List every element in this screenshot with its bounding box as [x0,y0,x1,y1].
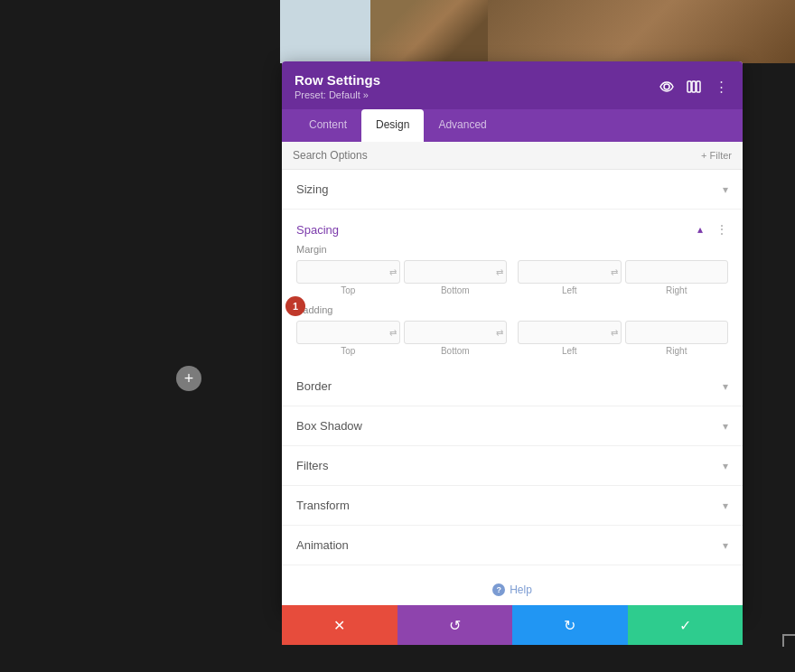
tab-content[interactable]: Content [295,109,361,142]
panel-preset[interactable]: Preset: Default » [295,89,380,100]
redo-button[interactable]: ↻ [512,605,628,645]
animation-label: Animation [296,538,349,552]
padding-fields-row: 20vh ⇄ 20vh ⇄ Top Bottom [296,321,728,356]
sizing-section[interactable]: Sizing ▾ [282,170,743,210]
save-icon: ✓ [679,617,691,634]
margin-right-label: Right [625,285,729,295]
panel-body: + Filter Sizing ▾ Spacing ▴ ⋮ Margin [282,142,743,611]
tabs-bar: Content Design Advanced [282,109,743,142]
animation-chevron: ▾ [723,539,728,552]
padding-tb-labels: Top Bottom [296,346,507,356]
margin-left-input[interactable] [518,260,622,284]
filter-button[interactable]: + Filter [701,150,732,161]
padding-bottom-input[interactable]: 20vh [404,321,508,344]
padding-top-label: Top [296,346,400,356]
sizing-label: Sizing [296,182,328,196]
help-label[interactable]: Help [510,583,532,596]
border-section[interactable]: Border ▾ [282,367,743,406]
spacing-controls: Margin ⇄ ⇄ [282,244,743,367]
margin-top-input[interactable] [296,260,400,284]
padding-bottom-link-icon: ⇄ [496,328,503,338]
margin-bottom-input[interactable] [404,260,508,284]
panel-header: Row Settings Preset: Default » ⋮ [282,61,743,109]
bg-wood-dark-panel [488,0,795,63]
padding-top-group: 20vh ⇄ [296,321,400,344]
box-shadow-label: Box Shadow [296,419,362,433]
panel-title: Row Settings [295,72,380,88]
search-input[interactable] [293,149,701,162]
padding-bottom-label: Bottom [404,346,508,356]
bg-wood-panel [370,0,488,63]
margin-bottom-link-icon: ⇄ [496,267,503,277]
row-settings-panel: Row Settings Preset: Default » ⋮ Content [282,61,743,611]
panel-title-group: Row Settings Preset: Default » [295,72,380,100]
svg-rect-1 [687,81,691,92]
border-label: Border [296,379,332,393]
transform-section[interactable]: Transform ▾ [282,486,743,526]
margin-left-link-icon: ⇄ [611,267,618,277]
padding-top-bottom: 20vh ⇄ 20vh ⇄ Top Bottom [296,321,507,356]
margin-lr-inputs: ⇄ [518,260,728,284]
undo-button[interactable]: ↺ [398,605,513,645]
padding-left-group: ⇄ [518,321,622,344]
margin-top-link-icon: ⇄ [389,267,397,277]
cancel-button[interactable]: ✕ [282,605,398,645]
canvas-background [280,0,795,63]
margin-left-group: ⇄ [518,260,622,284]
visibility-icon[interactable] [658,78,676,96]
box-shadow-section[interactable]: Box Shadow ▾ [282,406,743,446]
padding-right-label: Right [625,346,729,356]
box-shadow-chevron: ▾ [723,420,728,433]
margin-top-bottom: ⇄ ⇄ Top Bottom [296,260,507,295]
tab-design[interactable]: Design [361,109,424,142]
undo-icon: ↺ [449,617,461,634]
margin-top-label: Top [296,285,400,295]
columns-icon[interactable] [685,78,703,96]
padding-tb-inputs: 20vh ⇄ 20vh ⇄ [296,321,507,344]
margin-label: Margin [296,244,728,255]
tab-advanced[interactable]: Advanced [424,109,500,142]
spacing-section: Spacing ▴ ⋮ Margin ⇄ [282,210,743,367]
padding-top-input[interactable]: 20vh [296,321,400,344]
margin-tb-inputs: ⇄ ⇄ [296,260,507,284]
save-button[interactable]: ✓ [628,605,744,645]
margin-bottom-label: Bottom [404,285,508,295]
corner-decoration [782,634,795,647]
canvas-add-button[interactable]: + [176,366,201,391]
margin-left-label: Left [518,285,622,295]
more-icon[interactable]: ⋮ [712,78,730,96]
margin-right-group [625,260,729,284]
margin-right-input[interactable] [625,260,729,284]
filters-label: Filters [296,459,328,472]
transform-label: Transform [296,499,350,512]
bg-light-panel [280,0,370,63]
padding-label: Padding [296,304,728,315]
transform-chevron: ▾ [723,499,728,512]
padding-left-right: ⇄ Left Right [518,321,728,356]
svg-rect-3 [697,81,700,92]
padding-right-group [625,321,729,344]
step-badge: 1 [285,296,305,316]
padding-right-input[interactable] [625,321,729,344]
margin-left-right: ⇄ Left Right [518,260,728,295]
padding-left-link-icon: ⇄ [611,328,618,338]
redo-icon: ↻ [564,617,575,634]
help-icon: ? [492,583,505,596]
padding-left-label: Left [518,346,622,356]
filters-section[interactable]: Filters ▾ [282,446,743,486]
border-chevron: ▾ [723,380,728,393]
action-bar: ✕ ↺ ↻ ✓ [282,605,743,645]
svg-rect-2 [692,81,696,92]
padding-left-input[interactable] [518,321,622,344]
spacing-chevron-up[interactable]: ▴ [697,223,703,236]
spacing-label: Spacing [296,223,339,237]
cancel-icon: ✕ [333,617,345,634]
animation-section[interactable]: Animation ▾ [282,526,743,565]
spacing-options-icon[interactable]: ⋮ [716,222,728,237]
margin-top-group: ⇄ [296,260,400,284]
margin-tb-labels: Top Bottom [296,285,507,295]
padding-bottom-group: 20vh ⇄ [404,321,508,344]
margin-lr-labels: Left Right [518,285,728,295]
margin-bottom-group: ⇄ [404,260,508,284]
padding-lr-labels: Left Right [518,346,728,356]
